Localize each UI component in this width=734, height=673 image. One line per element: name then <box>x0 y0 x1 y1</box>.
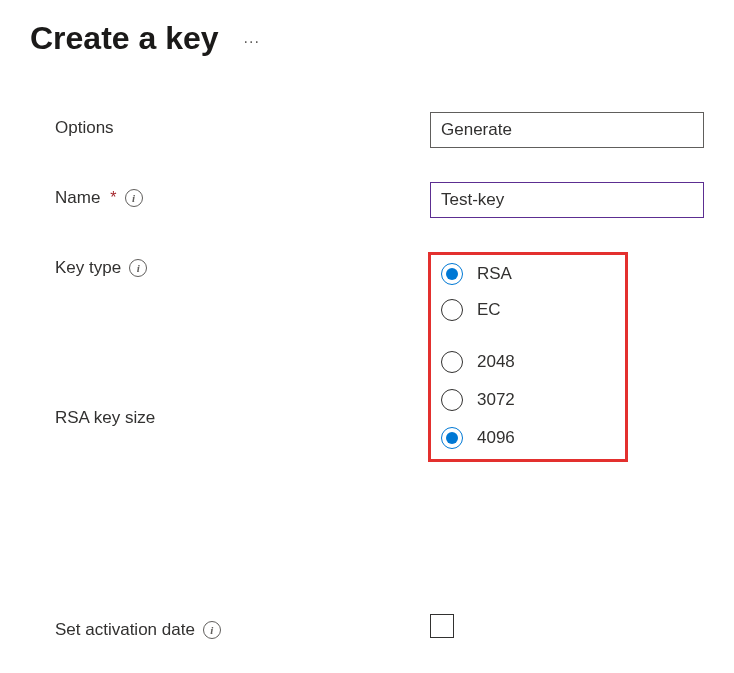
info-icon[interactable]: i <box>203 621 221 639</box>
page-title: Create a key <box>30 20 219 57</box>
checkbox-activation-date[interactable] <box>430 614 454 638</box>
radio-key-size-4096[interactable]: 4096 <box>441 427 611 449</box>
info-icon[interactable]: i <box>125 189 143 207</box>
label-key-type: Key type <box>55 258 121 278</box>
options-select[interactable] <box>430 112 704 148</box>
radio-label: 4096 <box>477 428 515 448</box>
label-name: Name <box>55 188 100 208</box>
label-options: Options <box>55 118 114 138</box>
name-field[interactable] <box>430 182 704 218</box>
info-icon[interactable]: i <box>129 259 147 277</box>
radio-label: 3072 <box>477 390 515 410</box>
radio-key-size-2048[interactable]: 2048 <box>441 351 611 373</box>
more-icon[interactable]: ··· <box>244 27 260 51</box>
radio-label: 2048 <box>477 352 515 372</box>
label-set-activation-date: Set activation date <box>55 620 195 640</box>
radio-key-type-rsa[interactable]: RSA <box>441 263 611 285</box>
radio-label: RSA <box>477 264 512 284</box>
required-indicator: * <box>110 189 116 207</box>
radio-label: EC <box>477 300 501 320</box>
radio-key-size-3072[interactable]: 3072 <box>441 389 611 411</box>
highlight-key-settings: RSA EC 2048 3072 <box>428 252 628 462</box>
radio-key-type-ec[interactable]: EC <box>441 299 611 321</box>
